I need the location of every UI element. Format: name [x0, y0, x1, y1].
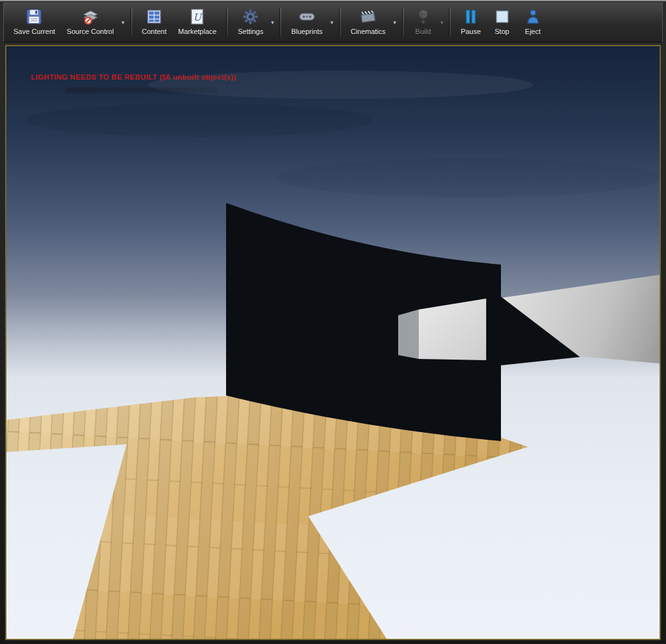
faded-text-artifact — [66, 87, 218, 93]
toolbar-separator — [339, 8, 341, 37]
toolbar-button-pause[interactable]: Pause — [455, 4, 486, 40]
toolbar-button-content[interactable]: Content — [136, 4, 173, 40]
toolbar-separator — [226, 8, 228, 37]
toolbar-separator — [279, 8, 281, 37]
toolbar-label-settings: Settings — [238, 28, 263, 35]
toolbar-button-save-current[interactable]: Save Current — [8, 4, 61, 40]
main-toolbar: Save CurrentSource Control▾ContentUMarke… — [3, 3, 663, 42]
cube-left-face — [398, 309, 419, 359]
marketplace-icon: U — [188, 7, 207, 26]
cinematics-icon — [358, 7, 378, 26]
toolbar-button-cinematics[interactable]: Cinematics — [345, 4, 391, 40]
pie-viewport[interactable]: LIGHTING NEEDS TO BE REBUILT (56 unbuilt… — [5, 45, 661, 640]
toolbar-separator — [130, 8, 132, 37]
settings-icon — [241, 7, 260, 26]
toolbar-label-save-current: Save Current — [13, 28, 55, 35]
eject-icon — [523, 7, 543, 26]
chevron-down-icon-cinematics[interactable]: ▾ — [391, 4, 398, 40]
cloud-streak — [26, 103, 372, 137]
chevron-down-icon-build: ▾ — [439, 4, 446, 40]
chevron-down-icon-source-control[interactable]: ▾ — [119, 4, 127, 40]
lighting-warning-text: LIGHTING NEEDS TO BE REBUILT (56 unbuilt… — [31, 73, 236, 81]
pause-icon — [461, 7, 480, 26]
save-icon — [24, 7, 44, 26]
toolbar-button-source-control[interactable]: Source Control — [61, 4, 119, 40]
blueprints-icon — [297, 7, 317, 26]
toolbar-button-settings[interactable]: Settings — [232, 4, 269, 40]
toolbar-label-source-control: Source Control — [67, 28, 114, 35]
toolbar-label-blueprints: Blueprints — [291, 28, 322, 35]
toolbar-button-blueprints[interactable]: Blueprints — [285, 4, 328, 40]
chevron-down-icon-settings[interactable]: ▾ — [269, 4, 276, 40]
source-control-icon — [81, 7, 100, 26]
cloud-streak — [276, 159, 660, 197]
unreal-editor-window: Save CurrentSource Control▾ContentUMarke… — [0, 0, 666, 644]
toolbar-label-build: Build — [416, 28, 431, 35]
toolbar-button-build: Build — [408, 4, 439, 40]
toolbar-button-marketplace[interactable]: UMarketplace — [172, 4, 222, 40]
toolbar-label-eject: Eject — [525, 28, 540, 35]
toolbar-separator — [402, 8, 404, 37]
toolbar-label-content: Content — [142, 28, 167, 35]
toolbar-label-pause: Pause — [460, 28, 480, 35]
toolbar-label-marketplace: Marketplace — [178, 28, 216, 35]
stop-icon — [493, 7, 512, 26]
toolbar-label-cinematics: Cinematics — [351, 28, 385, 35]
build-icon — [414, 7, 433, 26]
toolbar-separator — [449, 8, 451, 37]
toolbar-button-eject[interactable]: Eject — [518, 4, 548, 40]
toolbar-button-stop[interactable]: Stop — [487, 4, 518, 40]
scene-3d — [6, 46, 660, 639]
content-icon — [145, 7, 164, 26]
chevron-down-icon-blueprints[interactable]: ▾ — [328, 4, 335, 40]
toolbar-label-stop: Stop — [495, 28, 509, 35]
